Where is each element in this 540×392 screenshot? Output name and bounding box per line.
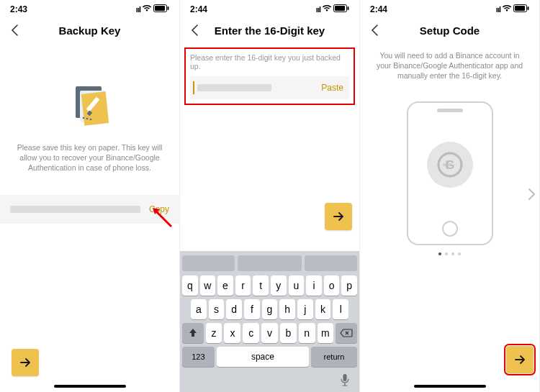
- phone-illustration: G: [407, 101, 493, 245]
- page-indicator: [360, 252, 539, 255]
- signal-icon: ııl: [496, 5, 500, 14]
- status-icons: ııl: [496, 4, 529, 14]
- chevron-right-icon: [526, 187, 536, 201]
- suggestion[interactable]: [182, 255, 235, 271]
- screen-backup-key: 2:43 ııl Backup Key Please save this key…: [0, 0, 180, 392]
- arrow-right-icon: [332, 210, 345, 223]
- nav-bar: Backup Key: [0, 16, 179, 45]
- key-space[interactable]: space: [217, 347, 309, 367]
- suggestion-bar: [182, 255, 357, 271]
- authenticator-icon: G: [427, 142, 473, 188]
- key-input[interactable]: Paste: [190, 76, 349, 99]
- shift-icon: [188, 328, 198, 338]
- key-o[interactable]: o: [324, 275, 340, 296]
- dot: [451, 252, 454, 255]
- key-numbers[interactable]: 123: [182, 347, 215, 367]
- dot: [458, 252, 461, 255]
- svg-rect-13: [348, 6, 349, 10]
- status-icons: ııl: [316, 4, 349, 14]
- key-row-3: z x c v b n m: [182, 323, 357, 343]
- svg-rect-5: [81, 91, 108, 125]
- key-n[interactable]: n: [299, 323, 315, 343]
- keyboard-bottom: [182, 370, 357, 389]
- key-t[interactable]: t: [253, 275, 269, 296]
- next-button[interactable]: [325, 203, 352, 230]
- keyboard: q w e r t y u i o p a s d f g h j k l z: [180, 251, 359, 392]
- key-a[interactable]: a: [191, 299, 207, 319]
- back-button[interactable]: [369, 23, 383, 37]
- input-placeholder: [197, 84, 321, 91]
- key-m[interactable]: m: [318, 323, 334, 343]
- key-row-1: q w e r t y u i o p: [182, 275, 357, 296]
- status-time: 2:44: [190, 4, 207, 14]
- key-shift[interactable]: [182, 323, 204, 343]
- key-row-2: a s d f g h j k l: [182, 299, 357, 319]
- status-icons: ııl: [136, 4, 169, 14]
- key-return[interactable]: return: [311, 347, 357, 367]
- key-c[interactable]: c: [243, 323, 259, 343]
- signal-icon: ııl: [136, 5, 140, 14]
- key-row-4: 123 space return: [182, 347, 357, 367]
- wifi-icon: [322, 4, 332, 14]
- home-indicator: [414, 385, 486, 388]
- suggestion[interactable]: [305, 255, 357, 271]
- next-button[interactable]: [506, 346, 534, 373]
- svg-text:G: G: [445, 159, 454, 171]
- suggestion[interactable]: [238, 255, 301, 271]
- battery-icon: [153, 4, 169, 14]
- mic-icon[interactable]: [340, 373, 350, 389]
- key-u[interactable]: u: [289, 275, 305, 296]
- key-x[interactable]: x: [224, 323, 240, 343]
- key-f[interactable]: f: [244, 299, 260, 319]
- key-h[interactable]: h: [279, 299, 295, 319]
- svg-rect-12: [335, 6, 345, 11]
- key-k[interactable]: k: [315, 299, 331, 319]
- nav-bar: Enter the 16-Digit key: [180, 16, 359, 45]
- key-s[interactable]: s: [209, 299, 225, 319]
- page-title: Enter the 16-Digit key: [215, 24, 325, 37]
- status-bar: 2:44 ııl: [180, 0, 359, 16]
- signal-icon: ııl: [316, 5, 320, 14]
- key-j[interactable]: j: [297, 299, 313, 319]
- carousel-next[interactable]: [526, 187, 536, 205]
- key-p[interactable]: p: [341, 275, 357, 296]
- wifi-icon: [142, 4, 152, 14]
- arrow-right-icon: [19, 356, 32, 369]
- key-q[interactable]: q: [182, 275, 198, 296]
- key-r[interactable]: r: [235, 275, 251, 296]
- svg-rect-17: [528, 6, 529, 10]
- svg-point-10: [89, 119, 91, 121]
- key-z[interactable]: z: [206, 323, 222, 343]
- key-v[interactable]: v: [261, 323, 278, 343]
- wifi-icon: [502, 4, 512, 14]
- key-d[interactable]: d: [226, 299, 242, 319]
- back-button[interactable]: [9, 23, 23, 37]
- home-indicator: [54, 385, 126, 388]
- key-l[interactable]: l: [333, 299, 348, 319]
- paste-button[interactable]: Paste: [321, 83, 343, 93]
- key-value-placeholder: [10, 206, 140, 213]
- nav-bar: Setup Code: [360, 16, 539, 45]
- screen-enter-key: 2:44 ııl Enter the 16-Digit key Please e…: [180, 0, 360, 392]
- key-y[interactable]: y: [271, 275, 287, 296]
- dot: [445, 252, 448, 255]
- key-w[interactable]: w: [200, 275, 216, 296]
- battery-icon: [513, 4, 529, 14]
- svg-rect-16: [515, 6, 525, 11]
- svg-point-8: [82, 117, 84, 119]
- phone-home-button: [442, 221, 458, 237]
- key-e[interactable]: e: [217, 275, 233, 296]
- next-button[interactable]: [12, 349, 39, 376]
- input-hint: Please enter the 16-digit key you just b…: [190, 53, 349, 70]
- status-time: 2:43: [10, 4, 27, 14]
- key-g[interactable]: g: [262, 299, 278, 319]
- status-time: 2:44: [370, 4, 387, 14]
- key-backspace[interactable]: [336, 323, 357, 343]
- input-area-highlight: Please enter the 16-digit key you just b…: [184, 47, 355, 105]
- key-i[interactable]: i: [306, 275, 322, 296]
- svg-rect-14: [343, 374, 347, 381]
- backspace-icon: [340, 328, 353, 338]
- key-b[interactable]: b: [280, 323, 297, 343]
- back-button[interactable]: [189, 23, 203, 37]
- instruction-text: Please save this key on paper. This key …: [0, 142, 179, 173]
